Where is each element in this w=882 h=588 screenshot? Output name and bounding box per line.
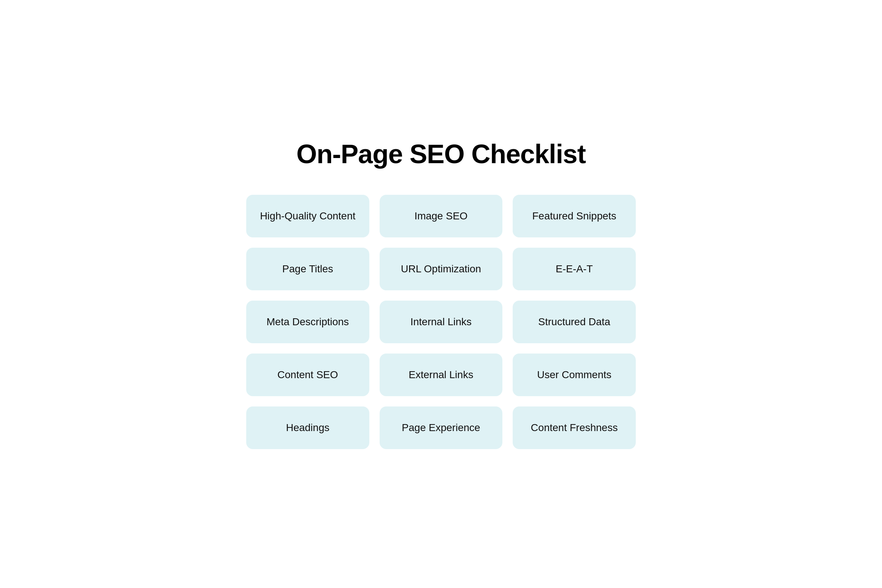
checklist-item: Image SEO [380, 195, 503, 237]
checklist-item: Content SEO [246, 354, 369, 396]
checklist-item: Page Experience [380, 406, 503, 449]
checklist-item: External Links [380, 354, 503, 396]
checklist-item: High-Quality Content [246, 195, 369, 237]
checklist-item: Content Freshness [513, 406, 636, 449]
checklist-item: User Comments [513, 354, 636, 396]
checklist-item: Featured Snippets [513, 195, 636, 237]
checklist-item: Structured Data [513, 301, 636, 343]
checklist-item: E-E-A-T [513, 248, 636, 290]
checklist-item: Headings [246, 406, 369, 449]
checklist-item: Meta Descriptions [246, 301, 369, 343]
checklist-item: URL Optimization [380, 248, 503, 290]
main-container: On-Page SEO Checklist High-Quality Conte… [239, 139, 643, 449]
checklist-item: Internal Links [380, 301, 503, 343]
page-title: On-Page SEO Checklist [239, 139, 643, 169]
checklist-item: Page Titles [246, 248, 369, 290]
checklist-grid: High-Quality ContentImage SEOFeatured Sn… [239, 195, 643, 449]
